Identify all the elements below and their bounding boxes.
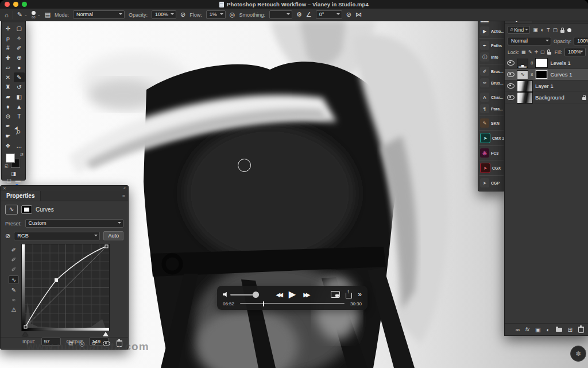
- filter-kind-select[interactable]: ⚲ Kind: [508, 26, 530, 34]
- zoom-window-button[interactable]: [22, 2, 27, 7]
- clone-stamp-tool[interactable]: ♜: [2, 82, 14, 92]
- new-adjustment-icon[interactable]: ◐: [547, 327, 550, 333]
- lasso-tool[interactable]: ρ: [2, 33, 14, 43]
- move-tool[interactable]: ✛: [2, 24, 14, 33]
- foreground-color-swatch[interactable]: [6, 154, 15, 163]
- smoothing-select[interactable]: [269, 10, 292, 19]
- object-selection-tool[interactable]: ✧: [14, 33, 25, 43]
- panel-button-cmx2[interactable]: ➤CMX 2: [478, 132, 505, 144]
- eyedropper-tool[interactable]: ✐: [14, 43, 25, 53]
- panel-button-paths[interactable]: ✒Paths: [478, 40, 505, 51]
- gray-point-eyedropper-icon[interactable]: ✐: [9, 256, 18, 263]
- volume-icon[interactable]: [223, 292, 228, 297]
- close-icon[interactable]: ✕: [3, 186, 6, 190]
- panel-button-brushes[interactable]: ✑Brus...: [478, 77, 505, 89]
- pencil-curve-icon[interactable]: ✎: [9, 286, 18, 294]
- size-pressure-icon[interactable]: ⊘: [346, 11, 351, 18]
- smooth-curve-icon[interactable]: ≈: [9, 296, 18, 304]
- black-point-slider[interactable]: [22, 332, 28, 336]
- marquee-tool[interactable]: ▢: [14, 24, 25, 33]
- panel-button-paragraph[interactable]: ¶Para...: [478, 103, 505, 114]
- flow-select[interactable]: 1%: [206, 10, 226, 19]
- panel-button-fc3[interactable]: ❋FC3: [478, 147, 505, 159]
- crop-tool[interactable]: #: [2, 43, 14, 53]
- blend-mode-select[interactable]: Normal: [73, 10, 125, 19]
- filter-type-icon[interactable]: T: [547, 27, 550, 33]
- layer-blend-mode-select[interactable]: Normal: [508, 37, 551, 45]
- patch-tool[interactable]: ▱: [2, 63, 14, 72]
- collapse-icon[interactable]: «: [123, 186, 126, 190]
- hand-tool[interactable]: ☛: [2, 131, 14, 141]
- sharpen-tool[interactable]: ▲: [14, 102, 25, 112]
- pen-tool[interactable]: ✒: [2, 121, 14, 131]
- play-button[interactable]: ▶: [289, 290, 296, 299]
- rewind-button[interactable]: ◀◀: [276, 292, 281, 298]
- eraser-tool[interactable]: ▰: [2, 92, 14, 102]
- link-layers-icon[interactable]: ∞: [516, 327, 520, 333]
- lock-paint-icon[interactable]: ✎: [528, 49, 532, 55]
- paint-symmetry-icon[interactable]: ⋈: [355, 11, 362, 18]
- filter-shape-icon[interactable]: ▢: [553, 27, 558, 33]
- share-icon[interactable]: [346, 293, 352, 298]
- screen-mode-alt-icon[interactable]: ▬: [16, 178, 21, 183]
- layer-thumbnail[interactable]: [517, 92, 533, 103]
- panel-button-skn[interactable]: ✎SKN: [478, 117, 505, 129]
- layer-opacity-select[interactable]: 100%: [574, 37, 588, 45]
- filter-adjustment-icon[interactable]: ◐: [541, 27, 544, 33]
- gradient-tool[interactable]: ◧: [14, 92, 25, 102]
- visibility-eye-icon[interactable]: [507, 60, 514, 66]
- layer-thumbnail[interactable]: [517, 80, 533, 92]
- lock-artboard-icon[interactable]: ▢: [540, 49, 545, 55]
- healing-brush-tool[interactable]: ⊕: [14, 53, 25, 63]
- targeted-adjustment-icon[interactable]: ⊘: [5, 232, 10, 240]
- lock-all-icon[interactable]: [547, 52, 551, 55]
- tool-preset-icon[interactable]: ✎: [17, 11, 22, 18]
- filter-toggle-icon[interactable]: [567, 28, 571, 32]
- layer-mask-thumbnail[interactable]: [535, 58, 548, 68]
- more-options-icon[interactable]: »: [358, 290, 362, 298]
- add-mask-icon[interactable]: ▣: [535, 327, 540, 333]
- layer-row-layer-1[interactable]: Layer 1: [505, 80, 588, 92]
- panel-button-info[interactable]: ⓘInfo: [478, 51, 505, 63]
- panel-button-cgp[interactable]: ➤CGP: [478, 177, 505, 189]
- brush-preset-picker[interactable]: 60: [32, 11, 36, 19]
- curves-graph[interactable]: [21, 244, 110, 331]
- panel-button-character[interactable]: AChar...: [478, 91, 505, 103]
- lock-position-icon[interactable]: ✛: [535, 49, 539, 55]
- layer-row-levels-1[interactable]: ▂▅▂ 8 Levels 1: [505, 57, 588, 69]
- layer-row-curves-1-selected[interactable]: ∿ 8 Curves 1: [505, 69, 588, 80]
- preset-select[interactable]: Custom: [25, 219, 123, 228]
- new-layer-icon[interactable]: ⊞: [568, 327, 572, 333]
- custom-tool[interactable]: ❖: [2, 141, 14, 151]
- opacity-select[interactable]: 100%: [152, 10, 176, 19]
- brush-angle-field[interactable]: 0°: [316, 10, 342, 19]
- swap-colors-icon[interactable]: ⇄: [20, 152, 24, 157]
- volume-knob[interactable]: [253, 292, 259, 298]
- home-icon[interactable]: ⌂: [5, 12, 9, 18]
- new-group-icon[interactable]: [556, 328, 562, 332]
- clipping-warning-icon[interactable]: ⚠: [9, 306, 18, 313]
- layer-effects-icon[interactable]: fx: [525, 327, 529, 332]
- panel-button-brush-settings[interactable]: ✐Brus...: [478, 66, 505, 77]
- delete-layer-icon[interactable]: [578, 327, 584, 333]
- fast-forward-button[interactable]: ▶▶: [303, 292, 308, 298]
- white-point-eyedropper-icon[interactable]: ✐: [9, 266, 18, 273]
- panel-menu-icon[interactable]: ≡: [122, 193, 128, 199]
- visibility-eye-icon[interactable]: [507, 83, 514, 89]
- spot-healing-tool[interactable]: ✚: [2, 53, 14, 63]
- filter-smart-object-lock-icon[interactable]: [560, 30, 564, 33]
- curve-point-tool-icon[interactable]: ∿: [9, 275, 19, 284]
- history-brush-tool[interactable]: ↺: [14, 82, 25, 92]
- lock-transparency-icon[interactable]: ▦: [521, 49, 526, 55]
- airbrush-icon[interactable]: ◎: [230, 11, 235, 18]
- color-sampler-tool[interactable]: ✕: [2, 72, 14, 82]
- panel-button-cgx[interactable]: ➤CGX: [478, 162, 505, 174]
- picture-in-picture-icon[interactable]: [331, 291, 340, 298]
- fill-select[interactable]: 100%: [564, 48, 586, 56]
- white-point-slider[interactable]: [103, 332, 109, 336]
- auto-button[interactable]: Auto: [103, 231, 123, 240]
- seek-bar[interactable]: [240, 303, 345, 305]
- black-point-eyedropper-icon[interactable]: ✐: [9, 246, 18, 254]
- tab-properties[interactable]: Properties: [1, 191, 41, 201]
- mixer-brush-tool[interactable]: ●: [14, 63, 25, 72]
